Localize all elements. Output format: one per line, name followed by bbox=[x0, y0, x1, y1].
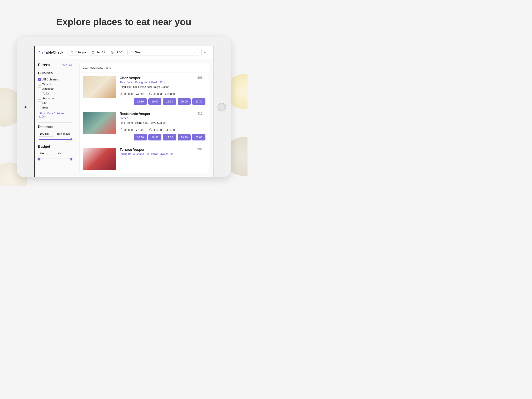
lunch-icon bbox=[120, 92, 123, 96]
cuisine-label: Turkish bbox=[43, 92, 51, 95]
restaurant-card[interactable]: Terrace Vesper 397m Dining Bar & Gastro … bbox=[80, 144, 209, 174]
svg-point-0 bbox=[71, 51, 72, 52]
cuisine-option[interactable]: Bar bbox=[38, 101, 72, 105]
distance-from-label: From Tokyo bbox=[56, 132, 70, 135]
restaurant-image bbox=[83, 76, 116, 98]
hero-title: Explore places to eat near you bbox=[0, 0, 247, 37]
results-count: 202 Restaurants Found bbox=[80, 63, 209, 72]
restaurant-card[interactable]: Chez Vesper 266m Thai, Buffet, Dining Ba… bbox=[80, 72, 209, 108]
app-screen: TableCheck 2 People Sep 29 19:00 bbox=[34, 46, 213, 177]
checkbox[interactable] bbox=[38, 92, 41, 95]
date-selector[interactable]: Sep 29 bbox=[89, 49, 108, 56]
restaurant-tags: Thai, Buffet, Dining Bar & Gastro Pub bbox=[120, 81, 205, 84]
cuisine-label: American bbox=[43, 97, 54, 100]
cuisine-label: Bar bbox=[43, 101, 47, 104]
restaurant-distance: 397m bbox=[197, 148, 205, 151]
search-group: 2 People Sep 29 19:00 bbox=[68, 49, 125, 56]
time-slot-button[interactable]: 20:30 bbox=[192, 98, 205, 105]
time-slot-button[interactable]: 20:00 bbox=[192, 134, 205, 141]
time-slot-button[interactable]: 19:30 bbox=[163, 98, 176, 105]
time-slot-button[interactable]: 19:00 bbox=[163, 134, 176, 141]
slider-thumb-max[interactable] bbox=[70, 158, 73, 160]
restaurant-tags: Dining Bar & Gastro Pub, Italian, Oyster… bbox=[120, 152, 205, 155]
restaurant-distance: 312m bbox=[197, 112, 205, 115]
distance-input[interactable]: 100 km bbox=[38, 131, 54, 137]
tablet-home-button bbox=[217, 103, 226, 111]
cuisine-label: Japanese bbox=[43, 87, 54, 90]
distance-unit: km bbox=[45, 132, 49, 135]
clear-location-icon[interactable]: ✕ bbox=[194, 51, 196, 54]
menu-button[interactable] bbox=[201, 49, 208, 56]
time-slot-button[interactable]: 18:30 bbox=[134, 98, 147, 105]
time-slot-button[interactable]: 20:00 bbox=[177, 98, 191, 105]
date-value: Sep 29 bbox=[96, 51, 105, 54]
people-selector[interactable]: 2 People bbox=[68, 49, 89, 56]
content-area: Filters Clear All Cuisines All CuisinesW… bbox=[35, 59, 213, 177]
distance-title: Distance bbox=[38, 125, 72, 129]
results-card: 202 Restaurants Found Chez Vesper 266m T… bbox=[79, 63, 209, 174]
cuisine-option[interactable]: American bbox=[38, 96, 72, 101]
time-selector[interactable]: 19:00 bbox=[108, 49, 125, 56]
time-slot-button[interactable]: 19:30 bbox=[177, 134, 191, 141]
checkbox[interactable] bbox=[38, 87, 41, 90]
time-slots-row: 18:3019:0019:3020:0020:30 bbox=[120, 98, 205, 105]
calendar-icon bbox=[92, 51, 95, 54]
lunch-price: ¥5,000 ~ ¥7,000 bbox=[124, 129, 144, 131]
search-icon bbox=[130, 51, 133, 54]
location-input[interactable] bbox=[135, 51, 192, 54]
price-row: ¥5,000 ~ ¥7,000 ¥10,000 ~ ¥15,000 bbox=[120, 128, 205, 132]
restaurant-card[interactable]: Restorante Vesper 312m French Fine Frenc… bbox=[80, 108, 209, 144]
slider-thumb[interactable] bbox=[70, 138, 73, 141]
dinner-icon bbox=[149, 128, 152, 132]
time-slots-row: 18:0018:3019:0019:3020:00 bbox=[120, 134, 205, 141]
svg-rect-2 bbox=[92, 51, 94, 54]
cuisine-label: Beer bbox=[43, 106, 48, 109]
restaurant-name: Restorante Vesper bbox=[120, 112, 151, 116]
restaurant-description: Exquisite Thai cuisine near Tokyo Statio… bbox=[120, 85, 205, 89]
cuisine-option[interactable]: Western bbox=[38, 82, 72, 86]
checkbox[interactable] bbox=[38, 78, 41, 81]
restaurant-image bbox=[83, 148, 116, 170]
budget-max-input[interactable]: ¥ ∞ bbox=[56, 151, 72, 156]
time-value: 19:00 bbox=[115, 51, 122, 54]
clear-all-filters[interactable]: Clear All bbox=[62, 64, 72, 67]
slider-thumb-min[interactable] bbox=[38, 158, 40, 160]
distance-value: 100 bbox=[40, 132, 44, 135]
time-slot-button[interactable]: 18:30 bbox=[148, 134, 161, 141]
logo-icon bbox=[39, 51, 43, 54]
cuisine-option[interactable]: All Cuisines bbox=[38, 77, 72, 82]
checkbox[interactable] bbox=[38, 97, 41, 100]
cuisine-option[interactable]: Beer bbox=[38, 105, 72, 110]
dinner-price: ¥10,000 ~ ¥15,000 bbox=[153, 129, 176, 131]
budget-title: Budget bbox=[38, 145, 72, 149]
budget-min-input[interactable]: ¥ 0 bbox=[38, 151, 54, 156]
divider bbox=[38, 142, 72, 142]
cuisine-option[interactable]: Turkish bbox=[38, 91, 72, 96]
filters-sidebar: Filters Clear All Cuisines All CuisinesW… bbox=[35, 59, 76, 177]
logo[interactable]: TableCheck bbox=[39, 51, 63, 55]
time-slot-button[interactable]: 18:00 bbox=[134, 134, 147, 141]
logo-text: TableCheck bbox=[44, 51, 63, 55]
price-row: ¥3,000 ~ ¥4,000 ¥5,000 ~ ¥10,000 bbox=[120, 92, 205, 96]
show-more-cuisines[interactable]: Show More Cuisines (168) bbox=[38, 110, 72, 120]
restaurant-description: Fine French dining near Tokyo Station bbox=[120, 121, 205, 124]
restaurant-tags: French bbox=[120, 116, 205, 120]
results-panel: 202 Restaurants Found Chez Vesper 266m T… bbox=[76, 59, 213, 177]
restaurant-image bbox=[83, 112, 116, 134]
distance-slider[interactable] bbox=[39, 139, 71, 140]
tablet-frame: TableCheck 2 People Sep 29 19:00 bbox=[17, 37, 231, 177]
cuisine-option[interactable]: Japanese bbox=[38, 86, 72, 91]
dinner-icon bbox=[149, 92, 152, 96]
cuisines-title: Cuisines bbox=[38, 71, 72, 75]
checkbox[interactable] bbox=[38, 106, 41, 109]
checkbox[interactable] bbox=[38, 102, 41, 104]
restaurant-distance: 266m bbox=[197, 76, 205, 79]
lunch-price: ¥3,000 ~ ¥4,000 bbox=[124, 93, 144, 96]
svg-point-4 bbox=[131, 51, 133, 53]
location-search[interactable]: ✕ bbox=[127, 49, 199, 56]
budget-slider[interactable] bbox=[39, 159, 71, 159]
hamburger-icon bbox=[203, 51, 206, 54]
people-icon bbox=[70, 51, 74, 54]
checkbox[interactable] bbox=[38, 83, 41, 85]
time-slot-button[interactable]: 19:00 bbox=[148, 98, 161, 105]
